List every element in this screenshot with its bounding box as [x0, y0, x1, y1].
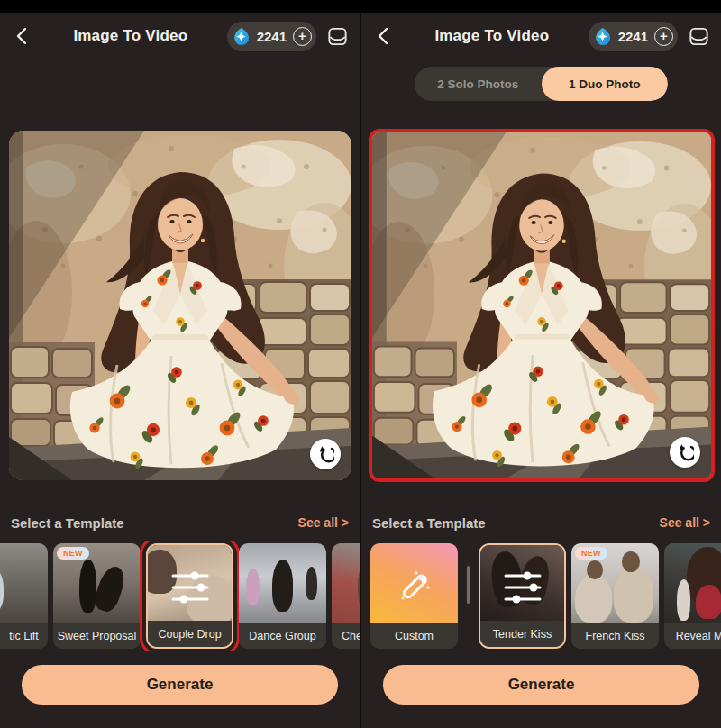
figure-silhouette [79, 560, 96, 614]
chevron-left-icon [14, 25, 32, 47]
new-badge: NEW [57, 547, 89, 560]
template-thumbnail [239, 543, 326, 623]
reset-photo-button[interactable] [310, 439, 341, 469]
top-black-strip [0, 0, 721, 13]
reset-rotate-icon [676, 443, 694, 461]
template-label: tic Lift [0, 623, 48, 649]
figure-silhouette [614, 567, 654, 623]
export-tray-icon [326, 25, 349, 48]
figure-silhouette [272, 560, 293, 612]
carousel-divider [467, 566, 470, 604]
back-button[interactable] [11, 23, 34, 50]
figure-silhouette [622, 551, 639, 572]
header: Image To Video 2241 + [0, 13, 360, 59]
page-title: Image To Video [40, 27, 222, 45]
template-section-header: Select a Template See all > [361, 513, 721, 532]
template-card-romantic-lift[interactable]: tic Lift [0, 543, 48, 649]
section-title: Select a Template [11, 515, 124, 531]
screenshot-root: Image To Video 2241 + [0, 0, 721, 728]
figure-silhouette [306, 567, 318, 600]
figure-silhouette [575, 575, 612, 623]
template-card-couple-drop[interactable]: Couple Drop [146, 543, 233, 649]
template-label: Dance Group [239, 623, 326, 649]
template-label: Reveal Me [664, 623, 721, 649]
figure-silhouette [696, 585, 721, 620]
gem-icon [593, 27, 612, 46]
uploaded-photo-selected[interactable] [369, 129, 715, 482]
template-carousel: Custom Tender Kiss NEW [361, 541, 721, 651]
export-button[interactable] [324, 23, 351, 50]
export-tray-icon [688, 25, 710, 48]
template-thumbnail [664, 543, 721, 623]
left-screen: Image To Video 2241 + [0, 13, 360, 728]
tab-duo-photo[interactable]: 1 Duo Photo [542, 67, 669, 101]
figure-silhouette [677, 579, 691, 621]
credits-pill[interactable]: 2241 + [227, 22, 316, 51]
figure-silhouette [92, 563, 129, 614]
template-label: Che [332, 623, 360, 649]
reset-rotate-icon [316, 445, 334, 463]
magic-wand-icon [395, 568, 434, 607]
right-screen: Image To Video 2241 + 2 S [361, 13, 721, 728]
gem-icon [232, 27, 251, 46]
sliders-icon [504, 570, 542, 605]
template-card-french-kiss[interactable]: NEW French Kiss [571, 543, 659, 649]
template-card-reveal-me[interactable]: Reveal Me [664, 543, 721, 649]
credits-count: 2241 [255, 29, 288, 44]
uploaded-photo[interactable] [9, 131, 351, 480]
template-card-tender-kiss[interactable]: Tender Kiss [479, 543, 566, 649]
figure-silhouette [0, 567, 4, 613]
export-button[interactable] [685, 23, 712, 50]
template-label: French Kiss [571, 623, 659, 649]
template-card-sweet-proposal[interactable]: NEW Sweet Proposal [53, 543, 141, 649]
add-credits-icon[interactable]: + [293, 27, 312, 46]
reset-photo-button[interactable] [670, 437, 700, 468]
template-label: Tender Kiss [480, 621, 564, 647]
chevron-left-icon [375, 25, 393, 47]
new-badge: NEW [575, 547, 607, 560]
section-title: Select a Template [372, 515, 486, 531]
template-label: Custom [370, 623, 458, 649]
credits-count: 2241 [616, 29, 650, 44]
template-thumbnail [332, 543, 360, 623]
template-card-dance-group[interactable]: Dance Group [239, 543, 326, 649]
generate-button[interactable]: Generate [22, 665, 338, 705]
figure-silhouette [246, 569, 260, 605]
photo-illustration [372, 132, 711, 478]
template-label: Sweet Proposal [53, 623, 141, 649]
figure-silhouette [358, 556, 360, 614]
template-card-custom[interactable]: Custom [370, 543, 458, 649]
sliders-icon [171, 570, 209, 605]
template-section-header: Select a Template See all > [0, 513, 360, 532]
page-title: Image To Video [401, 27, 583, 45]
header: Image To Video 2241 + [361, 13, 721, 59]
photo-mode-tabs: 2 Solo Photos 1 Duo Photo [415, 67, 668, 101]
back-button[interactable] [372, 23, 396, 50]
generate-button[interactable]: Generate [383, 665, 699, 705]
template-thumbnail [0, 543, 48, 623]
see-all-link[interactable]: See all > [660, 515, 710, 530]
template-label: Couple Drop [148, 621, 232, 647]
credits-pill[interactable]: 2241 + [589, 22, 678, 51]
add-credits-icon[interactable]: + [654, 27, 673, 46]
template-card-cut-right[interactable]: Che [332, 543, 360, 649]
tab-solo-photos[interactable]: 2 Solo Photos [415, 67, 542, 101]
template-carousel: tic Lift NEW Sweet Proposal [0, 541, 360, 651]
photo-illustration [9, 131, 351, 480]
see-all-link[interactable]: See all > [298, 515, 349, 530]
